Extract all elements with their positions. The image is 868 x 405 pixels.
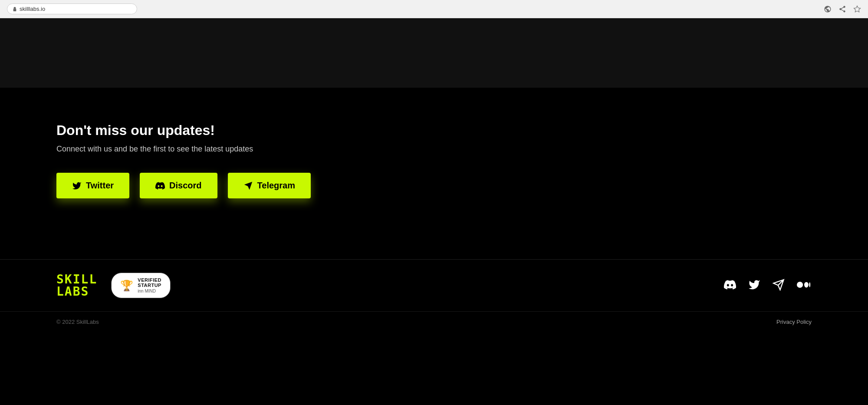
telegram-button[interactable]: Telegram bbox=[228, 173, 311, 198]
telegram-button-label: Telegram bbox=[257, 181, 295, 191]
url-text: skilllabs.io bbox=[20, 6, 45, 12]
twitter-icon bbox=[72, 181, 82, 191]
section-heading: Don't miss our updates! bbox=[56, 122, 812, 138]
top-navigation-bar bbox=[0, 18, 868, 88]
social-buttons-container: Twitter Discord Telegram bbox=[56, 173, 812, 198]
footer-left: SKILL LABS 🏆 VERIFIED STARTUP inn MIND bbox=[56, 273, 171, 298]
footer-telegram-icon[interactable] bbox=[773, 279, 785, 293]
copyright-text: © 2022 SkillLabs bbox=[56, 319, 99, 325]
discord-button[interactable]: Discord bbox=[140, 173, 217, 198]
privacy-policy-link[interactable]: Privacy Policy bbox=[776, 319, 812, 325]
skilllabs-logo: SKILL LABS bbox=[56, 273, 97, 298]
footer-discord-icon[interactable] bbox=[724, 279, 736, 293]
footer-twitter-icon[interactable] bbox=[748, 279, 760, 293]
telegram-icon bbox=[243, 181, 253, 191]
inn-mind-brand: inn MIND bbox=[138, 289, 161, 293]
twitter-button[interactable]: Twitter bbox=[56, 173, 129, 198]
svg-rect-0 bbox=[13, 9, 16, 11]
section-subtext: Connect with us and be the first to see … bbox=[56, 145, 812, 154]
svg-point-1 bbox=[797, 281, 803, 287]
translate-icon[interactable] bbox=[824, 5, 832, 13]
share-icon[interactable] bbox=[838, 5, 846, 13]
discord-icon bbox=[155, 181, 165, 191]
browser-actions bbox=[824, 5, 861, 13]
footer: SKILL LABS 🏆 VERIFIED STARTUP inn MIND bbox=[0, 259, 868, 311]
svg-point-2 bbox=[804, 282, 809, 287]
copyright-bar: © 2022 SkillLabs Privacy Policy bbox=[0, 311, 868, 332]
main-content: Don't miss our updates! Connect with us … bbox=[0, 88, 868, 259]
footer-social-icons bbox=[724, 277, 812, 294]
star-icon[interactable] bbox=[853, 5, 861, 13]
address-bar[interactable]: skilllabs.io bbox=[7, 3, 137, 14]
twitter-button-label: Twitter bbox=[86, 181, 114, 191]
svg-point-3 bbox=[809, 282, 810, 287]
footer-medium-icon[interactable] bbox=[797, 277, 812, 294]
verified-title: VERIFIED STARTUP bbox=[138, 277, 161, 288]
lock-icon bbox=[13, 7, 17, 12]
browser-chrome: skilllabs.io bbox=[0, 0, 868, 18]
verified-badge-text: VERIFIED STARTUP inn MIND bbox=[138, 277, 161, 293]
verified-startup-badge: 🏆 VERIFIED STARTUP inn MIND bbox=[111, 273, 171, 298]
trophy-icon: 🏆 bbox=[120, 280, 133, 292]
discord-button-label: Discord bbox=[169, 181, 201, 191]
